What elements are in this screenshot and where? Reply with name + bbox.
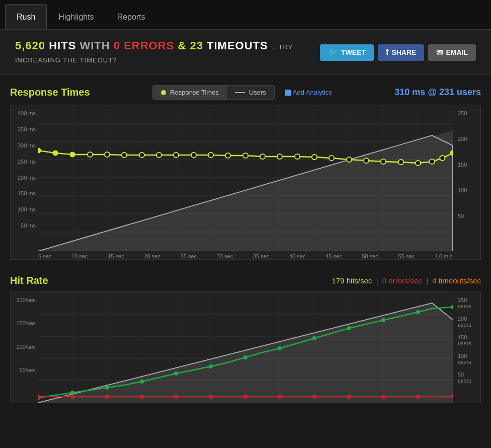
- response-chart-area: [38, 105, 453, 251]
- svg-point-40: [347, 157, 352, 162]
- svg-point-46: [440, 156, 445, 161]
- svg-point-86: [243, 395, 248, 399]
- hitrate-svg: [38, 292, 453, 403]
- tab-highlights[interactable]: Highlights: [47, 4, 105, 29]
- tab-reports[interactable]: Reports: [106, 4, 157, 29]
- hit-rate-chart: 200/sec 150/sec 100/sec 50/sec: [10, 291, 481, 403]
- timeouts-number: 23: [190, 39, 203, 52]
- share-button[interactable]: f SHARE: [378, 44, 424, 61]
- svg-point-39: [329, 156, 334, 161]
- hit-rate-header: Hit Rate 179 hits/sec | 0 errors/sec | 4…: [10, 275, 481, 286]
- svg-point-90: [381, 395, 385, 399]
- svg-point-76: [347, 326, 351, 330]
- svg-point-84: [174, 395, 178, 399]
- hit-rate-title: Hit Rate: [10, 275, 48, 286]
- hit-rate-stats: 179 hits/sec | 0 errors/sec | 4 timeouts…: [332, 276, 481, 285]
- svg-point-79: [451, 305, 453, 309]
- svg-point-31: [191, 153, 196, 158]
- svg-point-33: [225, 153, 230, 158]
- svg-point-72: [209, 364, 213, 368]
- tweet-button[interactable]: 🐦 TWEET: [320, 44, 374, 61]
- response-dot-icon: [161, 90, 166, 95]
- svg-point-45: [430, 159, 435, 164]
- response-times-chart: 400 ms 350 ms 300 ms 250 ms 200 ms 150 m…: [10, 105, 481, 260]
- users-line-icon: [235, 92, 245, 93]
- hit-rate-section: Hit Rate 179 hits/sec | 0 errors/sec | 4…: [0, 265, 491, 408]
- response-y-axis-left: 400 ms 350 ms 300 ms 250 ms 200 ms 150 m…: [11, 105, 38, 251]
- svg-point-43: [398, 160, 403, 165]
- action-buttons: 🐦 TWEET f SHARE ✉ EMAIL: [320, 44, 476, 61]
- hits-label: HITS: [49, 39, 76, 52]
- svg-point-25: [88, 152, 93, 157]
- svg-point-83: [140, 395, 144, 399]
- svg-point-27: [122, 153, 127, 158]
- summary-text: 5,620 HITS WITH 0 ERRORS & 23 TIMEOUTS .…: [15, 39, 320, 65]
- hitrate-y-axis-left: 200/sec 150/sec 100/sec 50/sec: [11, 292, 38, 403]
- legend-response-times[interactable]: Response Times: [153, 86, 227, 99]
- svg-point-35: [260, 154, 265, 159]
- response-times-section: Response Times Response Times Users Add …: [0, 75, 491, 265]
- twitter-icon: 🐦: [328, 48, 338, 57]
- legend-users[interactable]: Users: [227, 86, 274, 99]
- svg-point-78: [416, 310, 420, 314]
- svg-point-32: [208, 153, 213, 158]
- errors-per-sec: 0: [382, 276, 386, 285]
- svg-point-81: [70, 395, 74, 399]
- hits-number: 5,620: [15, 39, 45, 52]
- summary-bar: 5,620 HITS WITH 0 ERRORS & 23 TIMEOUTS .…: [0, 30, 491, 75]
- svg-point-36: [277, 154, 282, 159]
- svg-point-69: [105, 386, 109, 390]
- response-svg: [38, 105, 453, 251]
- tab-bar: Rush Highlights Reports: [0, 0, 491, 30]
- svg-point-89: [347, 395, 351, 399]
- svg-point-88: [312, 395, 316, 399]
- svg-point-29: [156, 153, 161, 158]
- svg-point-23: [53, 151, 58, 156]
- svg-point-26: [105, 152, 110, 157]
- svg-point-28: [139, 153, 144, 158]
- svg-point-71: [174, 371, 178, 376]
- svg-point-68: [70, 391, 74, 395]
- response-y-axis-right: 250 200 150 100 50: [453, 105, 480, 251]
- svg-point-22: [38, 148, 41, 153]
- svg-point-73: [243, 355, 248, 359]
- tab-rush[interactable]: Rush: [5, 4, 47, 29]
- svg-point-77: [381, 318, 385, 322]
- email-icon: ✉: [436, 48, 443, 57]
- svg-point-75: [312, 336, 316, 340]
- svg-point-74: [278, 346, 282, 350]
- hitrate-chart-area: [38, 292, 453, 403]
- hitrate-y-axis-right: 250 users 200 users 150 users 100 users …: [453, 292, 480, 403]
- response-times-stat: 310 ms @ 231 users: [394, 87, 481, 98]
- svg-point-41: [364, 158, 369, 163]
- svg-point-37: [295, 154, 300, 159]
- facebook-icon: f: [386, 48, 388, 57]
- svg-point-38: [312, 155, 317, 160]
- svg-point-44: [416, 161, 421, 166]
- svg-point-82: [105, 395, 109, 399]
- svg-point-85: [209, 395, 213, 399]
- timeouts-per-sec: 4: [432, 276, 436, 285]
- svg-point-42: [381, 159, 386, 164]
- svg-point-24: [70, 152, 75, 157]
- hits-per-sec: 179: [332, 276, 345, 285]
- email-button[interactable]: ✉ EMAIL: [428, 44, 476, 61]
- analytics-icon: [285, 90, 291, 96]
- errors-number: 0: [114, 39, 120, 52]
- svg-point-30: [174, 153, 179, 158]
- svg-point-91: [416, 395, 420, 399]
- response-times-header: Response Times Response Times Users Add …: [10, 85, 481, 100]
- svg-point-70: [140, 380, 144, 384]
- svg-point-34: [243, 153, 248, 158]
- response-times-legend: Response Times Users: [152, 85, 275, 100]
- response-times-title: Response Times: [10, 87, 90, 98]
- svg-point-87: [278, 395, 282, 399]
- add-analytics-button[interactable]: Add Analytics: [285, 89, 332, 96]
- response-x-axis: 5 sec 10 sec 15 sec 20 sec 25 sec 30 sec…: [11, 251, 480, 259]
